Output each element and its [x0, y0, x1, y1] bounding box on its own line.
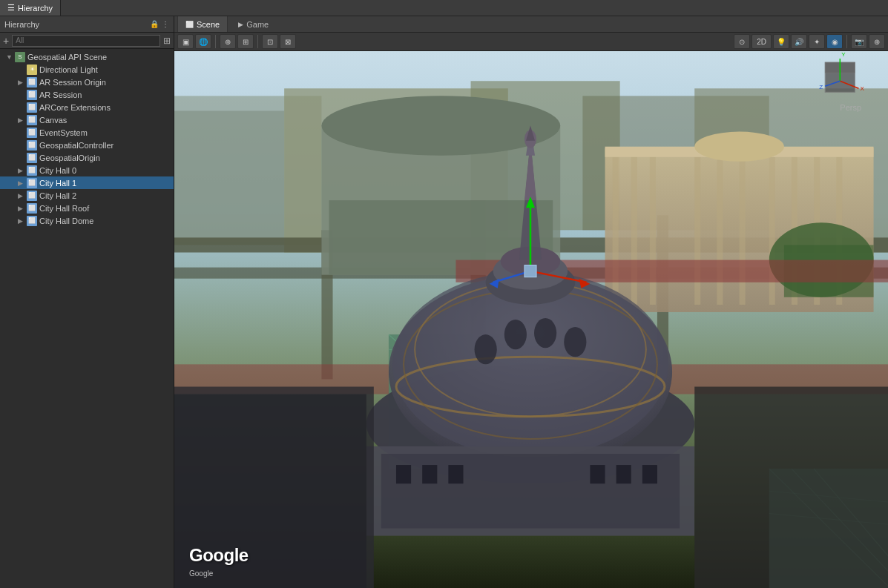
tree-item-city-hall-2[interactable]: ▶⬜City Hall 2: [0, 189, 174, 202]
scene-tab-icon: ⬜: [185, 21, 194, 28]
tree-arrow-ar-session-origin[interactable]: ▶: [18, 79, 27, 86]
tree-item-city-hall-dome[interactable]: ▶⬜City Hall Dome: [0, 214, 174, 227]
tree-label-event-system: EventSystem: [39, 128, 88, 137]
add-icon[interactable]: +: [3, 35, 9, 47]
scene-tab-label: Scene: [197, 20, 220, 29]
hierarchy-title: Hierarchy: [4, 20, 39, 29]
view-options-btn[interactable]: ⊡: [262, 34, 278, 49]
svg-text:Y: Y: [841, 51, 846, 58]
2d-label: 2D: [757, 38, 766, 46]
tree-item-geospatial-api-scene[interactable]: ▼SGeospatial API Scene: [0, 50, 174, 63]
tree-icon-ar-session-origin: ⬜: [27, 77, 37, 87]
scene-viewport[interactable]: Y X Z Persp Google Google: [174, 51, 888, 588]
2d-toggle-btn[interactable]: 2D: [751, 34, 772, 49]
vfx-btn[interactable]: ✦: [809, 34, 825, 49]
tree-item-ar-session-origin[interactable]: ▶⬜AR Session Origin: [0, 76, 174, 88]
tree-label-city-hall-dome: City Hall Dome: [39, 217, 93, 225]
tree-item-canvas[interactable]: ▶⬜Canvas: [0, 113, 174, 126]
tab-hierarchy[interactable]: ☰ Hierarchy: [0, 0, 61, 16]
tree-icon-geospatial-origin: ⬜: [27, 153, 37, 163]
tree-icon-ar-session: ⬜: [27, 90, 37, 100]
tree-label-ar-session-origin: AR Session Origin: [39, 78, 106, 87]
tree-label-geospatial-controller: GeospatialController: [39, 141, 114, 150]
toolbar-sep-1: [215, 35, 216, 48]
tree-arrow-geospatial-api-scene[interactable]: ▼: [6, 53, 15, 61]
tree-arrow-city-hall-dome[interactable]: ▶: [18, 217, 27, 225]
globe-btn[interactable]: 🌐: [195, 34, 211, 49]
tree-item-city-hall-roof[interactable]: ▶⬜City Hall Roof: [0, 202, 174, 214]
svg-rect-74: [694, 387, 888, 589]
svg-text:X: X: [860, 85, 864, 92]
svg-point-55: [564, 327, 586, 357]
tree-arrow-city-hall-2[interactable]: ▶: [18, 192, 27, 199]
tree-item-directional-light[interactable]: ☀Directional Light: [0, 63, 174, 76]
tree-item-geospatial-controller[interactable]: ⬜GeospatialController: [0, 139, 174, 151]
tree-arrow-canvas[interactable]: ▶: [18, 116, 27, 124]
tree-item-city-hall-0[interactable]: ▶⬜City Hall 0: [0, 164, 174, 176]
tree-label-geospatial-origin: GeospatialOrigin: [39, 153, 100, 162]
grid-btn[interactable]: ⊞: [237, 34, 254, 49]
tree-arrow-city-hall-1[interactable]: ▶: [18, 179, 27, 187]
game-tab-icon: ▶: [238, 21, 243, 28]
tab-game[interactable]: ▶ Game: [231, 16, 276, 32]
svg-point-26: [321, 96, 560, 155]
tree-icon-directional-light: ☀: [27, 65, 37, 75]
tree-item-event-system[interactable]: ⬜EventSystem: [0, 126, 174, 139]
svg-text:Z: Z: [819, 84, 823, 90]
tree-item-arcore-extensions[interactable]: ⬜ARCore Extensions: [0, 101, 174, 113]
lock-icon[interactable]: 🔒: [150, 20, 159, 28]
google-watermark: Google: [189, 545, 249, 566]
svg-point-52: [475, 334, 497, 364]
main-area: Hierarchy 🔒 ⋮ + ⊞ ▼SGeospatial API Scene…: [0, 16, 888, 588]
svg-text:Persp: Persp: [840, 103, 861, 112]
tree-label-ar-session: AR Session: [39, 90, 82, 99]
tree-label-canvas: Canvas: [39, 116, 67, 125]
light-toggle-btn[interactable]: 💡: [773, 34, 789, 49]
perspective-btn[interactable]: ⊕: [869, 34, 885, 49]
tree-arrow-city-hall-roof[interactable]: ▶: [18, 205, 27, 212]
hierarchy-panel-header: Hierarchy 🔒 ⋮: [0, 16, 174, 33]
hierarchy-panel: Hierarchy 🔒 ⋮ + ⊞ ▼SGeospatial API Scene…: [0, 16, 174, 588]
audio-btn[interactable]: 🔊: [791, 34, 807, 49]
tree-icon-canvas: ⬜: [27, 115, 37, 125]
svg-point-24: [694, 132, 784, 162]
scene-area: ⬜ Scene ▶ Game ▣ 🌐 ⊕ ⊞ ⊡ ⊠ ⊙ 2D: [174, 16, 888, 588]
svg-rect-71: [642, 465, 657, 483]
tree-icon-city-hall-dome: ⬜: [27, 216, 37, 226]
hidden-objects-btn[interactable]: ◉: [826, 34, 843, 49]
tree-icon-geospatial-controller: ⬜: [27, 140, 37, 151]
svg-point-54: [534, 318, 556, 348]
svg-rect-2: [174, 110, 284, 245]
tab-scene[interactable]: ⬜ Scene: [177, 16, 228, 32]
tree-label-directional-light: Directional Light: [39, 65, 98, 74]
layout-icon[interactable]: ⊞: [163, 36, 171, 46]
hierarchy-search-input[interactable]: [12, 35, 160, 47]
tree-icon-event-system: ⬜: [27, 128, 37, 138]
gizmo-btn[interactable]: ⊕: [220, 34, 236, 49]
svg-point-53: [504, 320, 527, 349]
render-mode-btn[interactable]: ⊙: [734, 34, 750, 49]
tree-icon-city-hall-1: ⬜: [27, 178, 37, 188]
tree-icon-geospatial-api-scene: S: [15, 52, 25, 62]
tree-label-city-hall-1: City Hall 1: [39, 179, 76, 188]
toolbar-sep-3: [846, 35, 847, 48]
tree-arrow-city-hall-0[interactable]: ▶: [18, 167, 27, 174]
game-tab-label: Game: [246, 20, 269, 29]
city-scene-svg: Y X Z Persp: [174, 51, 888, 588]
svg-rect-81: [524, 265, 536, 277]
hierarchy-tree: ▼SGeospatial API Scene☀Directional Light…: [0, 49, 174, 588]
svg-rect-70: [616, 465, 631, 483]
draw-mode-btn[interactable]: ▣: [177, 34, 194, 49]
tree-icon-city-hall-roof: ⬜: [27, 203, 37, 214]
tree-item-ar-session[interactable]: ⬜AR Session: [0, 88, 174, 101]
view-options-btn2[interactable]: ⊠: [280, 34, 296, 49]
tree-icon-arcore-extensions: ⬜: [27, 102, 37, 113]
tree-item-city-hall-1[interactable]: ▶⬜City Hall 1: [0, 176, 174, 189]
camera-btn[interactable]: 📷: [851, 34, 867, 49]
svg-rect-69: [590, 465, 605, 483]
tree-label-arcore-extensions: ARCore Extensions: [39, 103, 111, 112]
svg-rect-67: [422, 465, 437, 483]
menu-icon[interactable]: ⋮: [162, 20, 169, 28]
toolbar-right: ⊙ 2D 💡 🔊 ✦ ◉ 📷 ⊕: [734, 34, 885, 49]
tree-item-geospatial-origin[interactable]: ⬜GeospatialOrigin: [0, 151, 174, 164]
